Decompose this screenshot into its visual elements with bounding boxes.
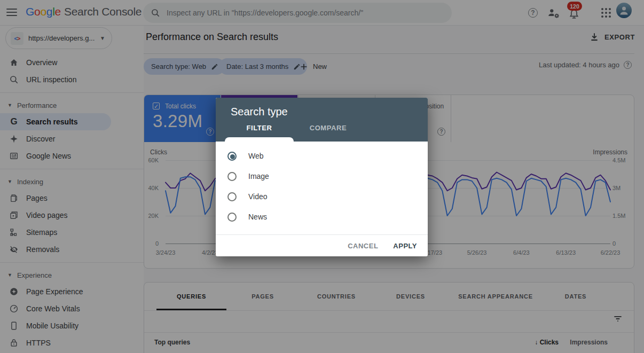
radio-selected-icon (227, 152, 237, 161)
search-type-option-video[interactable]: Video (216, 186, 428, 207)
search-type-dialog: Search type FILTER COMPARE WebImageVideo… (216, 98, 428, 256)
radio-icon (227, 213, 237, 222)
search-type-option-web[interactable]: Web (216, 146, 428, 166)
apply-button[interactable]: APPLY (393, 242, 417, 250)
google-search-console-app: GoogleSearch Console ? 120 <> https://de… (0, 0, 644, 353)
active-tab-indicator (225, 137, 294, 142)
tab-compare[interactable]: COMPARE (294, 121, 363, 137)
radio-icon (227, 172, 237, 181)
radio-icon (227, 192, 237, 201)
search-type-option-image[interactable]: Image (216, 166, 428, 186)
dialog-title: Search type (231, 106, 288, 118)
dialog-footer: CANCEL APPLY (216, 234, 428, 256)
tab-filter[interactable]: FILTER (225, 121, 294, 137)
dialog-header: Search type FILTER COMPARE (216, 98, 428, 142)
cancel-button[interactable]: CANCEL (348, 242, 378, 250)
search-type-option-news[interactable]: News (216, 207, 428, 227)
